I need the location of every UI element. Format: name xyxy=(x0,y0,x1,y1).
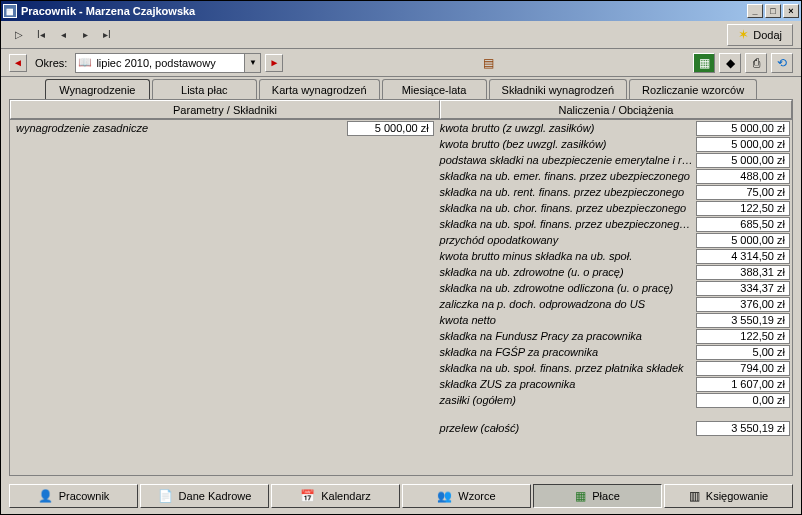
calc-label: przychód opodatkowany xyxy=(434,234,696,246)
calc-label: składka na ub. zdrowotne odliczona (u. o… xyxy=(434,282,696,294)
grid-row: podstawa składki na ubezpieczenie emeryt… xyxy=(10,152,792,168)
tab-miesiace-lata[interactable]: Miesiące-lata xyxy=(382,79,487,99)
grid-row: kwota netto3 550,19 zł xyxy=(10,312,792,328)
calc-icon[interactable]: ▦ xyxy=(693,53,715,73)
tab-skladniki[interactable]: Składniki wynagrodzeń xyxy=(489,79,628,99)
people-icon: 👥 xyxy=(437,489,452,503)
ledger-icon: ▥ xyxy=(689,489,700,503)
toolbar-secondary: ◄ Okres: 📖 ▼ ► ▤ ▦ ◆ ⎙ ⟲ xyxy=(1,49,801,77)
calc-label: składka na ub. społ. finans. przez płatn… xyxy=(434,362,696,374)
app-icon: ▦ xyxy=(3,4,17,18)
toolbar-primary: ▷ I◂ ◂ ▸ ▸I ✶ Dodaj xyxy=(1,21,801,49)
calc-value: 5 000,00 zł xyxy=(696,233,790,248)
calc-label: zaliczka na p. doch. odprowadzona do US xyxy=(434,298,696,310)
calc-value: 75,00 zł xyxy=(696,185,790,200)
grid-row: zasiłki (ogółem)0,00 zł xyxy=(10,392,792,408)
calc-label: składka na ub. emer. finans. przez ubezp… xyxy=(434,170,696,182)
tab-lista-plac[interactable]: Lista płac xyxy=(152,79,257,99)
calc-value: 5 000,00 zł xyxy=(696,137,790,152)
calc-label: składka na ub. społ. finans. przez ubezp… xyxy=(434,218,696,230)
refresh-icon[interactable]: ⟲ xyxy=(771,53,793,73)
period-select[interactable]: 📖 ▼ xyxy=(75,53,261,73)
grid-row: składka na ub. społ. finans. przez ubezp… xyxy=(10,216,792,232)
last-icon[interactable]: ▸I xyxy=(97,25,117,45)
window: ▦ Pracownik - Marzena Czajkowska _ □ × ▷… xyxy=(0,0,802,515)
col-header-left: Parametry / Składniki xyxy=(10,100,440,119)
calc-value: 685,50 zł xyxy=(696,217,790,232)
calc-value: 4 314,50 zł xyxy=(696,249,790,264)
calc-label: składka ZUS za pracownika xyxy=(434,378,696,390)
tab-rozliczanie[interactable]: Rozliczanie wzorców xyxy=(629,79,757,99)
grid-row: składka ZUS za pracownika1 607,00 zł xyxy=(10,376,792,392)
next-icon[interactable]: ▸ xyxy=(75,25,95,45)
prev-icon[interactable]: ◂ xyxy=(53,25,73,45)
ladder-icon[interactable]: ▤ xyxy=(483,56,494,70)
play-icon[interactable]: ▷ xyxy=(9,25,29,45)
grid-row: składka na Fundusz Pracy za pracownika12… xyxy=(10,328,792,344)
grid-row: zaliczka na p. doch. odprowadzona do US3… xyxy=(10,296,792,312)
calc-value: 3 550,19 zł xyxy=(696,313,790,328)
calc-label: kwota brutto (z uwzgl. zasiłków) xyxy=(434,122,696,134)
calc-label: składka na ub. chor. finans. przez ubezp… xyxy=(434,202,696,214)
calc-value: 122,50 zł xyxy=(696,201,790,216)
book-icon: 📖 xyxy=(76,56,94,69)
bottom-tabs: 👤Pracownik 📄Dane Kadrowe 📅Kalendarz 👥Wzo… xyxy=(1,480,801,514)
param-value[interactable]: 5 000,00 zł xyxy=(347,121,434,136)
grid: wynagrodzenie zasadnicze5 000,00 złkwota… xyxy=(10,120,792,475)
period-next-button[interactable]: ► xyxy=(265,54,283,72)
grid-row: składka na FGŚP za pracownika5,00 zł xyxy=(10,344,792,360)
calc-label: składka na ub. zdrowotne (u. o pracę) xyxy=(434,266,696,278)
maximize-button[interactable]: □ xyxy=(765,4,781,18)
minimize-button[interactable]: _ xyxy=(747,4,763,18)
period-input[interactable] xyxy=(94,54,244,72)
calc-value: 122,50 zł xyxy=(696,329,790,344)
btab-place[interactable]: ▦Płace xyxy=(533,484,662,508)
grid-row: kwota brutto minus składka na ub. społ.4… xyxy=(10,248,792,264)
calc-value: 1 607,00 zł xyxy=(696,377,790,392)
right-toolbar: ▦ ◆ ⎙ ⟲ xyxy=(693,53,793,73)
grid-row: przychód opodatkowany5 000,00 zł xyxy=(10,232,792,248)
add-label: Dodaj xyxy=(753,29,782,41)
btab-dane-kadrowe[interactable]: 📄Dane Kadrowe xyxy=(140,484,269,508)
close-button[interactable]: × xyxy=(783,4,799,18)
calc-value: 376,00 zł xyxy=(696,297,790,312)
top-tabs: Wynagrodzenie Lista płac Karta wynagrodz… xyxy=(1,79,801,99)
grid-row: składka na ub. chor. finans. przez ubezp… xyxy=(10,200,792,216)
btab-pracownik[interactable]: 👤Pracownik xyxy=(9,484,138,508)
grid-row: składka na ub. emer. finans. przez ubezp… xyxy=(10,168,792,184)
calc-label: kwota brutto (bez uwzgl. zasiłków) xyxy=(434,138,696,150)
calc-value: 334,37 zł xyxy=(696,281,790,296)
period-label: Okres: xyxy=(35,57,67,69)
tab-karta-wynagrodzen[interactable]: Karta wynagrodzeń xyxy=(259,79,380,99)
star-icon: ✶ xyxy=(738,27,749,42)
print-icon[interactable]: ⎙ xyxy=(745,53,767,73)
btab-kalendarz[interactable]: 📅Kalendarz xyxy=(271,484,400,508)
tab-wynagrodzenie[interactable]: Wynagrodzenie xyxy=(45,79,150,99)
grid-row: składka na ub. zdrowotne (u. o pracę)388… xyxy=(10,264,792,280)
person-icon: 👤 xyxy=(38,489,53,503)
window-buttons: _ □ × xyxy=(747,4,799,18)
column-headers: Parametry / Składniki Naliczenia / Obcią… xyxy=(10,100,792,120)
period-prev-button[interactable]: ◄ xyxy=(9,54,27,72)
calc-label: podstawa składki na ubezpieczenie emeryt… xyxy=(434,154,696,166)
grid-row-footer: przelew (całość)3 550,19 zł xyxy=(10,420,792,436)
calc-value: 5 000,00 zł xyxy=(696,153,790,168)
book2-icon[interactable]: ◆ xyxy=(719,53,741,73)
param-label: wynagrodzenie zasadnicze xyxy=(10,122,347,134)
calc-label: składka na ub. rent. finans. przez ubezp… xyxy=(434,186,696,198)
calc-label: zasiłki (ogółem) xyxy=(434,394,696,406)
col-header-right: Naliczenia / Obciążenia xyxy=(440,100,792,119)
calc-value: 5 000,00 zł xyxy=(696,121,790,136)
calc-label: kwota brutto minus składka na ub. społ. xyxy=(434,250,696,262)
btab-wzorce[interactable]: 👥Wzorce xyxy=(402,484,531,508)
calc-value: 5,00 zł xyxy=(696,345,790,360)
content-panel: Parametry / Składniki Naliczenia / Obcią… xyxy=(9,99,793,476)
dropdown-icon[interactable]: ▼ xyxy=(244,54,260,72)
calc-label: kwota netto xyxy=(434,314,696,326)
first-icon[interactable]: I◂ xyxy=(31,25,51,45)
btab-ksiegowanie[interactable]: ▥Księgowanie xyxy=(664,484,793,508)
add-button[interactable]: ✶ Dodaj xyxy=(727,24,793,46)
window-title: Pracownik - Marzena Czajkowska xyxy=(21,5,747,17)
footer-label: przelew (całość) xyxy=(434,422,696,434)
grid-row: składka na ub. zdrowotne odliczona (u. o… xyxy=(10,280,792,296)
